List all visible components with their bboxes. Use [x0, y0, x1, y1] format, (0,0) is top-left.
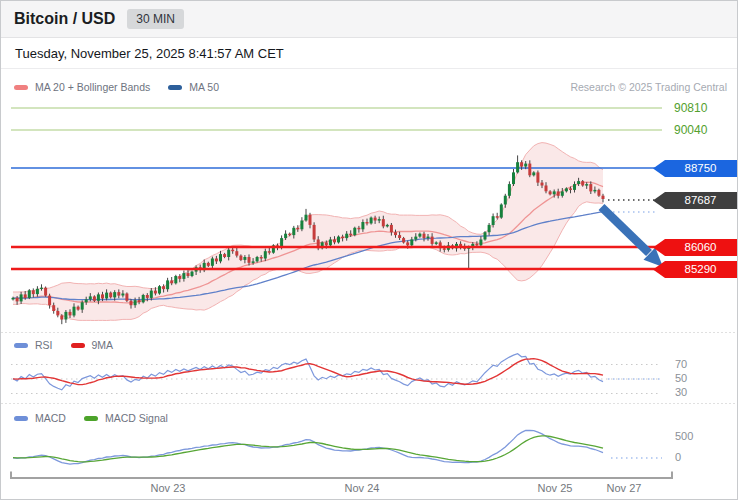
- resistance-level-label-2: 90810: [674, 101, 707, 115]
- x-tick-nov-24: Nov 24: [332, 482, 392, 494]
- legend-item-9ma: 9MA: [71, 339, 114, 351]
- attribution-text: Research © 2025 Trading Central: [570, 81, 727, 93]
- resistance-level-label-1: 90040: [674, 123, 707, 137]
- chart-header: Bitcoin / USD 30 MIN: [1, 1, 737, 38]
- main-legend: MA 20 + Bollinger Bands MA 50: [14, 81, 237, 93]
- rsi-tick-70: 70: [675, 358, 687, 370]
- pivot-level-tag: 88750: [653, 160, 738, 177]
- x-axis-bracket: [11, 472, 672, 479]
- macd-tick-500: 500: [675, 430, 693, 442]
- rsi-9ma-legend-label: 9MA: [92, 339, 114, 351]
- macd-signal-legend-label: MACD Signal: [105, 412, 168, 424]
- macd-group: [13, 430, 603, 464]
- main-plot-group: [13, 143, 603, 321]
- macd-line: [13, 430, 603, 464]
- legend-item-ma50: MA 50: [168, 81, 219, 93]
- last-price-tag: 87687: [653, 192, 738, 209]
- rsi-swatch-icon: [14, 343, 28, 348]
- rsi-tick-50: 50: [675, 372, 687, 384]
- interval-badge: 30 MIN: [127, 9, 184, 29]
- x-tick-nov-25: Nov 25: [525, 482, 585, 494]
- support-level-tag-2: 85290: [653, 261, 738, 278]
- ma50-legend-label: MA 50: [189, 81, 219, 93]
- legend-item-rsi: RSI: [14, 339, 53, 351]
- rsi-group: [13, 354, 603, 390]
- support-level-tag-1: 86060: [653, 239, 738, 256]
- ma50-swatch-icon: [168, 85, 182, 90]
- x-tick-nov-23: Nov 23: [138, 482, 198, 494]
- rsi-tick-30: 30: [675, 386, 687, 398]
- symbol-title: Bitcoin / USD: [14, 10, 115, 28]
- bollinger-swatch-icon: [14, 85, 28, 90]
- rsi-9ma-swatch-icon: [71, 343, 85, 348]
- legend-item-bollinger: MA 20 + Bollinger Bands: [14, 81, 150, 93]
- macd-tick-0: 0: [675, 451, 681, 463]
- macd-swatch-icon: [14, 416, 28, 421]
- rsi-legend-label: RSI: [35, 339, 53, 351]
- x-tick-nov-27: Nov 27: [594, 482, 654, 494]
- date-text: Tuesday, November 25, 2025 8:41:57 AM CE…: [15, 46, 284, 61]
- legend-item-macd: MACD: [14, 412, 66, 424]
- macd-signal-swatch-icon: [84, 416, 98, 421]
- rsi-legend: RSI 9MA: [14, 339, 131, 351]
- macd-legend: MACD MACD Signal: [14, 412, 186, 424]
- legend-item-macd-signal: MACD Signal: [84, 412, 168, 424]
- price-chart-canvas: [1, 1, 738, 500]
- macd-legend-label: MACD: [35, 412, 66, 424]
- bollinger-legend-label: MA 20 + Bollinger Bands: [35, 81, 150, 93]
- trading-central-chart-widget: Bitcoin / USD 30 MIN Tuesday, November 2…: [0, 0, 738, 500]
- chart-timestamp: Tuesday, November 25, 2025 8:41:57 AM CE…: [1, 38, 737, 69]
- rsi-line: [13, 354, 603, 390]
